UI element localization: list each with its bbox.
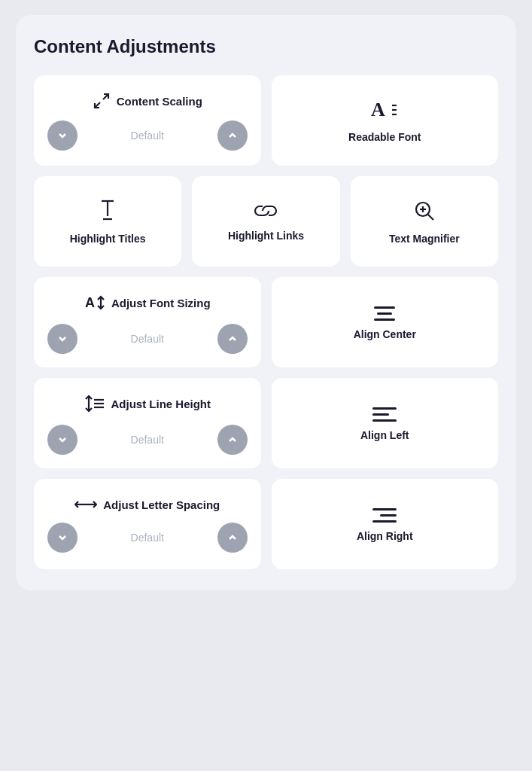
align-right-card[interactable]: Align Right: [272, 479, 499, 569]
adjust-letter-spacing-stepper: Default: [47, 523, 248, 553]
font-sizing-decrease[interactable]: [47, 324, 78, 354]
readable-font-icon: A: [371, 99, 398, 123]
content-scaling-increase[interactable]: [217, 120, 248, 151]
highlight-titles-card[interactable]: Highlight Titles: [34, 176, 181, 267]
adjust-line-height-stepper: Default: [47, 425, 248, 455]
content-adjustments-panel: Content Adjustments Content Scaling: [16, 15, 516, 590]
readable-font-label: Readable Font: [348, 131, 421, 143]
page-title: Content Adjustments: [34, 36, 498, 57]
svg-text:A: A: [371, 99, 385, 120]
font-sizing-icon: A: [84, 292, 105, 313]
align-center-label: Align Center: [354, 328, 416, 340]
letter-spacing-decrease[interactable]: [47, 523, 78, 553]
readable-font-card[interactable]: A Readable Font: [272, 75, 499, 166]
text-magnifier-icon: [413, 200, 436, 225]
align-center-card[interactable]: Align Center: [272, 277, 499, 367]
highlight-titles-icon: [97, 200, 118, 225]
highlight-links-card[interactable]: Highlight Links: [192, 176, 339, 267]
align-right-label: Align Right: [357, 530, 413, 542]
scale-icon: [93, 92, 111, 110]
adjust-line-height-card: Adjust Line Height Default: [34, 378, 261, 468]
adjust-letter-spacing-label: Adjust Letter Spacing: [103, 498, 220, 511]
content-scaling-value: Default: [78, 130, 217, 142]
adjust-font-sizing-stepper: Default: [47, 324, 248, 354]
content-scaling-stepper: Default: [47, 120, 248, 151]
adjust-letter-spacing-card: Adjust Letter Spacing Default: [34, 479, 261, 569]
svg-line-10: [428, 215, 433, 220]
content-scaling-label: Content Scaling: [117, 95, 202, 108]
align-left-card[interactable]: Align Left: [272, 378, 499, 468]
highlight-links-label: Highlight Links: [228, 230, 304, 242]
align-center-icon: [374, 306, 395, 321]
align-left-label: Align Left: [360, 429, 409, 441]
adjust-font-sizing-header: A Adjust Font Sizing: [84, 292, 211, 313]
align-right-icon: [372, 508, 397, 523]
adjust-font-sizing-card: A Adjust Font Sizing Default: [34, 277, 261, 367]
letter-spacing-increase[interactable]: [217, 523, 248, 553]
adjust-font-sizing-label: Adjust Font Sizing: [111, 297, 211, 309]
svg-text:A: A: [85, 295, 95, 310]
adjust-letter-spacing-header: Adjust Letter Spacing: [74, 497, 220, 512]
font-sizing-value: Default: [78, 333, 217, 345]
line-height-icon: [84, 393, 105, 414]
align-left-icon: [372, 407, 397, 422]
adjust-line-height-header: Adjust Line Height: [84, 393, 211, 414]
text-magnifier-card[interactable]: Text Magnifier: [351, 176, 498, 267]
font-sizing-increase[interactable]: [217, 324, 248, 354]
line-height-increase[interactable]: [217, 425, 248, 455]
content-scaling-decrease[interactable]: [47, 120, 78, 151]
line-height-value: Default: [78, 434, 217, 446]
letter-spacing-icon: [74, 497, 97, 512]
line-height-decrease[interactable]: [47, 425, 78, 455]
letter-spacing-value: Default: [78, 532, 217, 544]
content-scaling-header: Content Scaling: [93, 92, 202, 110]
content-scaling-card: Content Scaling Default: [34, 75, 261, 166]
highlight-links-icon: [252, 203, 279, 222]
adjust-line-height-label: Adjust Line Height: [111, 398, 211, 410]
text-magnifier-label: Text Magnifier: [389, 233, 460, 245]
highlight-titles-label: Highlight Titles: [70, 233, 146, 245]
